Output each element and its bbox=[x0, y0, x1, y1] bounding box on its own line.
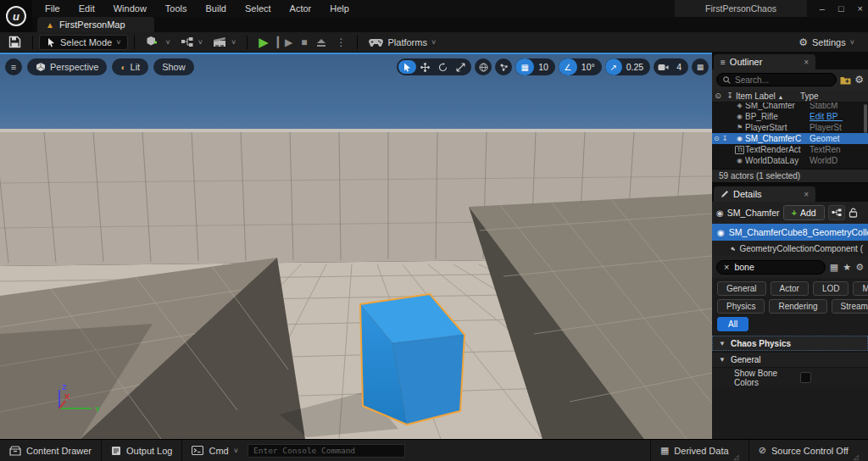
outliner-row[interactable]: ◈ SM_ChamferStaticM bbox=[712, 103, 868, 111]
grid-snap-control[interactable]: ▦ 10 bbox=[515, 58, 555, 75]
scale-snap-control[interactable]: ↗ 0.25 bbox=[605, 58, 650, 75]
console-command-input[interactable] bbox=[248, 444, 405, 458]
more-options-icon[interactable]: ⋮ bbox=[336, 36, 346, 48]
blueprints-dropdown[interactable]: ˅ bbox=[175, 35, 208, 49]
pin-icon[interactable]: ↧ bbox=[722, 135, 728, 142]
visibility-eye-icon[interactable]: ⊙ bbox=[714, 135, 720, 142]
edit-blueprint-button[interactable] bbox=[828, 205, 845, 220]
close-button[interactable]: × bbox=[858, 3, 863, 14]
outliner-row[interactable]: ⚑ PlayerStartPlayerSt bbox=[712, 122, 868, 133]
show-dropdown[interactable]: Show bbox=[153, 58, 194, 75]
select-tool-button[interactable] bbox=[398, 60, 416, 74]
move-tool-button[interactable] bbox=[416, 60, 434, 74]
perspective-dropdown[interactable]: Perspective bbox=[27, 58, 107, 75]
viewport-options-button[interactable]: ≡ bbox=[5, 58, 22, 75]
rotate-tool-button[interactable] bbox=[434, 60, 452, 74]
outliner-scrollbar[interactable] bbox=[864, 104, 867, 133]
filter-general[interactable]: General bbox=[717, 281, 766, 296]
filter-rendering[interactable]: Rendering bbox=[769, 299, 826, 314]
filter-all[interactable]: All bbox=[717, 317, 748, 331]
filter-physics[interactable]: Physics bbox=[717, 299, 765, 314]
level-viewport[interactable]: Y Z X ≡ Perspective ◐ Lit Show bbox=[0, 53, 712, 439]
menu-window[interactable]: Window bbox=[106, 2, 154, 15]
favorites-star-icon[interactable]: ★ bbox=[843, 262, 851, 273]
outliner-row[interactable]: ◉ WorldDataLayWorldD bbox=[712, 155, 868, 166]
unlock-icon[interactable] bbox=[849, 208, 858, 218]
filter-actor[interactable]: Actor bbox=[771, 281, 809, 296]
filter-streaming[interactable]: Streaming bbox=[832, 299, 868, 314]
play-button[interactable]: ▶ bbox=[259, 35, 269, 50]
content-drawer-button[interactable]: Content Drawer bbox=[0, 440, 101, 461]
menu-actor[interactable]: Actor bbox=[282, 2, 320, 15]
minimize-button[interactable]: – bbox=[820, 3, 825, 14]
outliner-row[interactable]: ◉ BP_RifleEdit BP_ bbox=[712, 111, 868, 122]
sort-asc-icon: ▲ bbox=[777, 94, 783, 100]
scale-tool-button[interactable] bbox=[452, 60, 470, 74]
show-bone-colors-checkbox[interactable] bbox=[800, 372, 811, 383]
source-control-button[interactable]: ⊘ Source Control Off ◿ bbox=[749, 440, 868, 461]
outliner-settings-gear-icon[interactable]: ⚙ bbox=[854, 74, 864, 86]
add-component-button[interactable]: + Add bbox=[783, 205, 825, 220]
cmd-dropdown[interactable]: Cmd ˅ bbox=[182, 440, 248, 461]
save-button[interactable] bbox=[3, 34, 26, 50]
tab-firstpersonmap[interactable]: ▲ FirstPersonMap bbox=[37, 17, 154, 32]
outliner-row-selected[interactable]: ⊙↧ ◉ SM_ChamferCGeomet bbox=[712, 133, 868, 144]
details-settings-gear-icon[interactable]: ⚙ bbox=[855, 262, 864, 273]
camera-speed-control[interactable]: 4 bbox=[654, 58, 688, 75]
menu-tools[interactable]: Tools bbox=[158, 2, 195, 15]
outliner-search-input[interactable]: Search... bbox=[716, 73, 837, 86]
chevron-down-icon: ˅ bbox=[165, 38, 170, 47]
title-bar: u File Edit Window Tools Build Select Ac… bbox=[0, 0, 868, 17]
tab-outliner[interactable]: ≡ Outliner × bbox=[714, 54, 815, 69]
filter-lod[interactable]: LOD bbox=[813, 281, 849, 296]
surface-snap-icon bbox=[499, 63, 509, 72]
section-chaos-physics[interactable]: ▼ Chaos Physics bbox=[712, 336, 868, 351]
menu-file[interactable]: File bbox=[37, 2, 68, 15]
display-filter-icon[interactable]: ▦ bbox=[830, 262, 838, 273]
stop-button[interactable]: ■ bbox=[301, 36, 307, 48]
details-search-input[interactable]: × bone bbox=[716, 260, 826, 275]
outliner-tab-label: Outliner bbox=[730, 57, 763, 67]
close-icon[interactable]: × bbox=[804, 190, 809, 199]
item-label-column[interactable]: Item Label ▲ bbox=[736, 92, 800, 101]
tab-details[interactable]: Details × bbox=[714, 186, 815, 202]
select-mode-dropdown[interactable]: Select Mode ˅ bbox=[39, 35, 128, 50]
type-column[interactable]: Type bbox=[800, 92, 819, 101]
edit-blueprint-link[interactable]: Edit BP_ bbox=[810, 112, 859, 121]
lit-dropdown[interactable]: ◐ Lit bbox=[112, 58, 148, 75]
maximize-button[interactable]: □ bbox=[838, 3, 844, 14]
rotation-snap-control[interactable]: ∠ 10° bbox=[559, 58, 602, 75]
viewport-layout-button[interactable]: ▦ bbox=[692, 58, 709, 75]
outliner-header-row: ⊙ ↧ Item Label ▲ Type bbox=[712, 90, 868, 103]
eject-button[interactable] bbox=[315, 37, 327, 47]
surface-snapping-button[interactable] bbox=[495, 58, 512, 75]
unreal-logo[interactable]: u bbox=[0, 0, 32, 32]
menu-help[interactable]: Help bbox=[322, 2, 357, 15]
clear-search-icon[interactable]: × bbox=[724, 262, 729, 272]
section-general[interactable]: ▼ General bbox=[712, 352, 868, 367]
component-row-child[interactable]: GeometryCollectionComponent ( bbox=[712, 241, 868, 256]
outliner-row-list[interactable]: ◈ SM_ChamferStaticM ◉ BP_RifleEdit BP_ ⚑… bbox=[712, 103, 868, 169]
close-icon[interactable]: × bbox=[804, 58, 809, 67]
filter-misc[interactable]: Misc bbox=[853, 281, 868, 296]
frame-skip-button[interactable]: ▎▶ bbox=[277, 36, 292, 48]
toolbar-separator bbox=[357, 36, 358, 49]
camera-speed-value: 4 bbox=[672, 62, 688, 72]
menu-select[interactable]: Select bbox=[237, 2, 279, 15]
pin-column-icon[interactable]: ↧ bbox=[724, 92, 736, 100]
geometrycollection-icon: ◉ bbox=[734, 135, 745, 142]
details-panel: Details × ◉ SM_Chamfer( + Add ◉ S bbox=[712, 185, 868, 439]
menu-build[interactable]: Build bbox=[198, 2, 234, 15]
add-folder-icon[interactable] bbox=[840, 75, 851, 85]
add-actor-dropdown[interactable]: ˅ bbox=[141, 34, 175, 50]
eye-column-icon[interactable]: ⊙ bbox=[712, 92, 724, 100]
menu-edit[interactable]: Edit bbox=[71, 2, 103, 15]
outliner-row[interactable]: Tt TextRenderActTextRen bbox=[712, 144, 868, 155]
world-space-button[interactable] bbox=[475, 58, 492, 75]
platforms-dropdown[interactable]: Platforms ˅ bbox=[364, 36, 441, 49]
settings-dropdown[interactable]: ⚙ Settings ˅ bbox=[793, 35, 860, 50]
cinematics-dropdown[interactable]: ˅ bbox=[208, 35, 241, 49]
derived-data-button[interactable]: ▦ Derived Data ◿ bbox=[651, 440, 748, 461]
component-row-selected[interactable]: ◉ SM_ChamferCube8_GeometryCollec bbox=[712, 224, 868, 241]
output-log-button[interactable]: Output Log bbox=[102, 440, 181, 461]
